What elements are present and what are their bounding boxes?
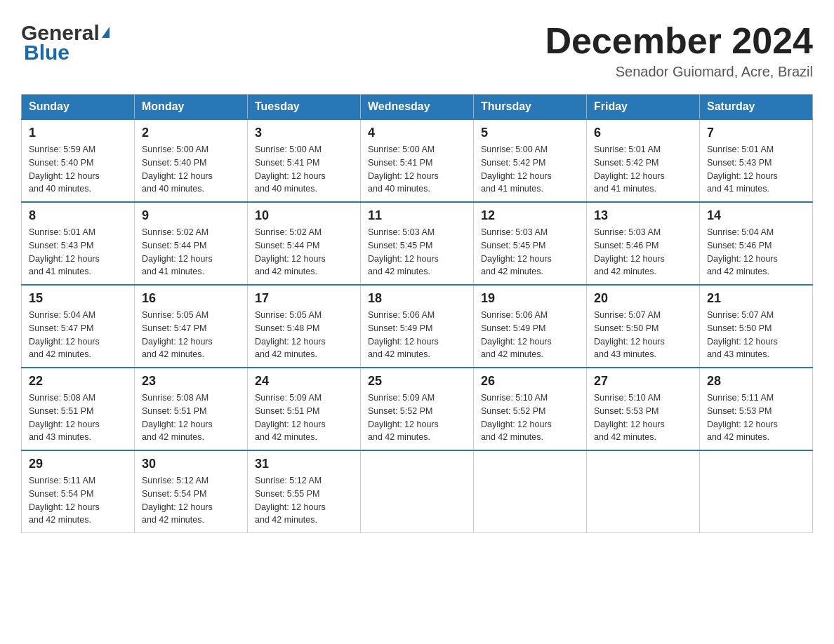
week-row-5: 29 Sunrise: 5:11 AM Sunset: 5:54 PM Dayl… (22, 450, 813, 533)
day-info-4: Sunrise: 5:00 AM Sunset: 5:41 PM Dayligh… (368, 143, 466, 196)
day-cell-24: 24 Sunrise: 5:09 AM Sunset: 5:51 PM Dayl… (248, 368, 361, 450)
day-info-14: Sunrise: 5:04 AM Sunset: 5:46 PM Dayligh… (707, 226, 805, 279)
week-row-4: 22 Sunrise: 5:08 AM Sunset: 5:51 PM Dayl… (22, 368, 813, 450)
day-number-14: 14 (707, 208, 805, 223)
empty-cell-w4-d3 (361, 450, 474, 533)
day-info-18: Sunrise: 5:06 AM Sunset: 5:49 PM Dayligh… (368, 309, 466, 361)
week-row-1: 1 Sunrise: 5:59 AM Sunset: 5:40 PM Dayli… (22, 119, 813, 202)
logo-blue-text: Blue (24, 41, 70, 65)
col-sunday: Sunday (22, 95, 135, 120)
day-info-16: Sunrise: 5:05 AM Sunset: 5:47 PM Dayligh… (142, 309, 240, 361)
day-cell-6: 6 Sunrise: 5:01 AM Sunset: 5:42 PM Dayli… (587, 119, 700, 202)
day-info-2: Sunrise: 5:00 AM Sunset: 5:40 PM Dayligh… (142, 143, 240, 196)
day-cell-20: 20 Sunrise: 5:07 AM Sunset: 5:50 PM Dayl… (587, 285, 700, 368)
day-number-17: 17 (255, 291, 353, 306)
day-info-3: Sunrise: 5:00 AM Sunset: 5:41 PM Dayligh… (255, 143, 353, 196)
day-info-30: Sunrise: 5:12 AM Sunset: 5:54 PM Dayligh… (142, 474, 240, 527)
col-friday: Friday (587, 95, 700, 120)
day-number-15: 15 (29, 291, 127, 306)
day-number-1: 1 (29, 126, 127, 140)
day-number-2: 2 (142, 126, 240, 140)
day-info-6: Sunrise: 5:01 AM Sunset: 5:42 PM Dayligh… (594, 143, 692, 196)
month-year-title: December 2024 (545, 21, 813, 61)
day-number-26: 26 (481, 374, 579, 389)
day-info-29: Sunrise: 5:11 AM Sunset: 5:54 PM Dayligh… (29, 474, 127, 527)
day-info-26: Sunrise: 5:10 AM Sunset: 5:52 PM Dayligh… (481, 391, 579, 444)
day-number-25: 25 (368, 374, 466, 389)
day-info-7: Sunrise: 5:01 AM Sunset: 5:43 PM Dayligh… (707, 143, 805, 196)
day-cell-27: 27 Sunrise: 5:10 AM Sunset: 5:53 PM Dayl… (587, 368, 700, 450)
day-info-10: Sunrise: 5:02 AM Sunset: 5:44 PM Dayligh… (255, 226, 353, 279)
day-number-11: 11 (368, 208, 466, 223)
day-number-18: 18 (368, 291, 466, 306)
empty-cell-w4-d4 (474, 450, 587, 533)
day-number-12: 12 (481, 208, 579, 223)
day-number-8: 8 (29, 208, 127, 223)
day-cell-21: 21 Sunrise: 5:07 AM Sunset: 5:50 PM Dayl… (700, 285, 813, 368)
day-info-1: Sunrise: 5:59 AM Sunset: 5:40 PM Dayligh… (29, 143, 127, 196)
day-number-19: 19 (481, 291, 579, 306)
day-cell-14: 14 Sunrise: 5:04 AM Sunset: 5:46 PM Dayl… (700, 202, 813, 285)
day-info-22: Sunrise: 5:08 AM Sunset: 5:51 PM Dayligh… (29, 391, 127, 444)
day-info-25: Sunrise: 5:09 AM Sunset: 5:52 PM Dayligh… (368, 391, 466, 444)
day-number-5: 5 (481, 126, 579, 140)
day-number-30: 30 (142, 457, 240, 471)
day-cell-2: 2 Sunrise: 5:00 AM Sunset: 5:40 PM Dayli… (135, 119, 248, 202)
day-info-12: Sunrise: 5:03 AM Sunset: 5:45 PM Dayligh… (481, 226, 579, 279)
day-cell-30: 30 Sunrise: 5:12 AM Sunset: 5:54 PM Dayl… (135, 450, 248, 533)
day-info-20: Sunrise: 5:07 AM Sunset: 5:50 PM Dayligh… (594, 309, 692, 361)
empty-cell-w4-d6 (700, 450, 813, 533)
day-info-19: Sunrise: 5:06 AM Sunset: 5:49 PM Dayligh… (481, 309, 579, 361)
day-info-24: Sunrise: 5:09 AM Sunset: 5:51 PM Dayligh… (255, 391, 353, 444)
day-cell-7: 7 Sunrise: 5:01 AM Sunset: 5:43 PM Dayli… (700, 119, 813, 202)
col-wednesday: Wednesday (361, 95, 474, 120)
day-cell-15: 15 Sunrise: 5:04 AM Sunset: 5:47 PM Dayl… (22, 285, 135, 368)
day-cell-13: 13 Sunrise: 5:03 AM Sunset: 5:46 PM Dayl… (587, 202, 700, 285)
col-monday: Monday (135, 95, 248, 120)
day-number-28: 28 (707, 374, 805, 389)
calendar-table: Sunday Monday Tuesday Wednesday Thursday… (21, 94, 813, 533)
day-cell-4: 4 Sunrise: 5:00 AM Sunset: 5:41 PM Dayli… (361, 119, 474, 202)
day-number-22: 22 (29, 374, 127, 389)
col-saturday: Saturday (700, 95, 813, 120)
day-number-27: 27 (594, 374, 692, 389)
day-cell-31: 31 Sunrise: 5:12 AM Sunset: 5:55 PM Dayl… (248, 450, 361, 533)
day-cell-19: 19 Sunrise: 5:06 AM Sunset: 5:49 PM Dayl… (474, 285, 587, 368)
title-area: December 2024 Senador Guiomard, Acre, Br… (545, 21, 813, 80)
day-number-6: 6 (594, 126, 692, 140)
day-cell-17: 17 Sunrise: 5:05 AM Sunset: 5:48 PM Dayl… (248, 285, 361, 368)
day-number-31: 31 (255, 457, 353, 471)
day-number-29: 29 (29, 457, 127, 471)
day-info-21: Sunrise: 5:07 AM Sunset: 5:50 PM Dayligh… (707, 309, 805, 361)
day-info-23: Sunrise: 5:08 AM Sunset: 5:51 PM Dayligh… (142, 391, 240, 444)
day-number-13: 13 (594, 208, 692, 223)
day-cell-25: 25 Sunrise: 5:09 AM Sunset: 5:52 PM Dayl… (361, 368, 474, 450)
day-cell-8: 8 Sunrise: 5:01 AM Sunset: 5:43 PM Dayli… (22, 202, 135, 285)
day-cell-5: 5 Sunrise: 5:00 AM Sunset: 5:42 PM Dayli… (474, 119, 587, 202)
day-info-31: Sunrise: 5:12 AM Sunset: 5:55 PM Dayligh… (255, 474, 353, 527)
day-info-15: Sunrise: 5:04 AM Sunset: 5:47 PM Dayligh… (29, 309, 127, 361)
day-info-28: Sunrise: 5:11 AM Sunset: 5:53 PM Dayligh… (707, 391, 805, 444)
day-cell-16: 16 Sunrise: 5:05 AM Sunset: 5:47 PM Dayl… (135, 285, 248, 368)
day-cell-1: 1 Sunrise: 5:59 AM Sunset: 5:40 PM Dayli… (22, 119, 135, 202)
day-number-7: 7 (707, 126, 805, 140)
day-info-11: Sunrise: 5:03 AM Sunset: 5:45 PM Dayligh… (368, 226, 466, 279)
day-cell-18: 18 Sunrise: 5:06 AM Sunset: 5:49 PM Dayl… (361, 285, 474, 368)
calendar-header-row: Sunday Monday Tuesday Wednesday Thursday… (22, 95, 813, 120)
day-number-23: 23 (142, 374, 240, 389)
day-cell-29: 29 Sunrise: 5:11 AM Sunset: 5:54 PM Dayl… (22, 450, 135, 533)
week-row-3: 15 Sunrise: 5:04 AM Sunset: 5:47 PM Dayl… (22, 285, 813, 368)
day-cell-22: 22 Sunrise: 5:08 AM Sunset: 5:51 PM Dayl… (22, 368, 135, 450)
day-number-21: 21 (707, 291, 805, 306)
day-cell-12: 12 Sunrise: 5:03 AM Sunset: 5:45 PM Dayl… (474, 202, 587, 285)
day-info-27: Sunrise: 5:10 AM Sunset: 5:53 PM Dayligh… (594, 391, 692, 444)
col-thursday: Thursday (474, 95, 587, 120)
day-cell-3: 3 Sunrise: 5:00 AM Sunset: 5:41 PM Dayli… (248, 119, 361, 202)
day-number-24: 24 (255, 374, 353, 389)
day-number-16: 16 (142, 291, 240, 306)
day-number-3: 3 (255, 126, 353, 140)
day-info-13: Sunrise: 5:03 AM Sunset: 5:46 PM Dayligh… (594, 226, 692, 279)
day-number-4: 4 (368, 126, 466, 140)
day-number-10: 10 (255, 208, 353, 223)
day-cell-10: 10 Sunrise: 5:02 AM Sunset: 5:44 PM Dayl… (248, 202, 361, 285)
